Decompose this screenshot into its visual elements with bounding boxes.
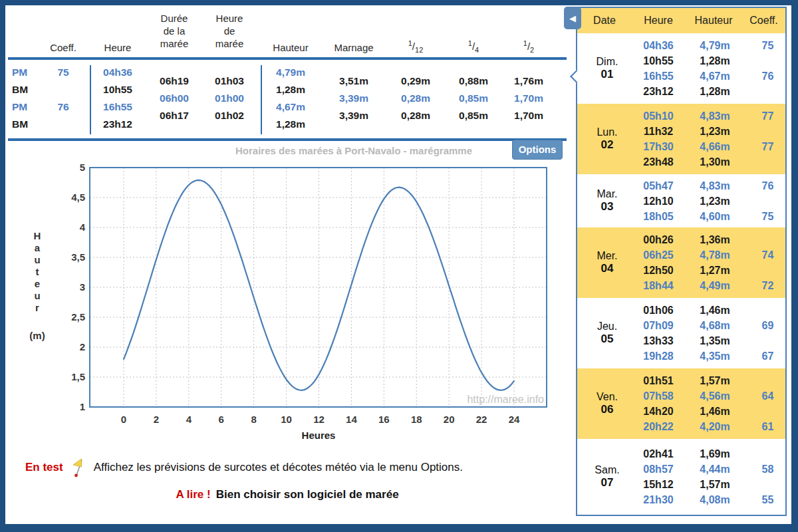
sidebar-day-07[interactable]: Sam.0702h411,69m08h574,44m5815h121,57m21… xyxy=(577,439,785,515)
svg-text:0: 0 xyxy=(121,414,126,425)
tide-row: 02h411,69m xyxy=(637,446,785,462)
sidebar-days: Dim.0104h364,79m7510h551,28m16h554,67m76… xyxy=(577,33,785,515)
svg-text:18: 18 xyxy=(411,414,422,425)
col-header-heure-maree: Heure de marée xyxy=(203,12,256,50)
day-label: Ven.06 xyxy=(577,368,637,439)
tide-marnage: 3,51m xyxy=(327,72,380,90)
svg-text:8: 8 xyxy=(251,414,256,425)
previous-week-button[interactable]: ◀ xyxy=(564,7,581,29)
tide-f2: 1,76m xyxy=(502,72,555,90)
svg-text:H: H xyxy=(34,230,41,241)
svg-text:20: 20 xyxy=(444,414,455,425)
tide-chart-panel: Horaires des marées à Port-Navalo - maré… xyxy=(8,138,567,456)
tide-row: 08h574,44m58 xyxy=(637,462,785,477)
tide-row: 04h364,79m75 xyxy=(637,38,785,53)
tide-heure: 16h55 xyxy=(91,98,144,116)
tide-curve-chart: 02468101214161820222454,543,532,521,51He… xyxy=(8,138,567,456)
en-test-line: En test Affichez les prévisions de surco… xyxy=(8,458,567,477)
svg-text:2: 2 xyxy=(154,414,159,425)
tide-f2: 1,70m xyxy=(502,90,555,107)
tide-f4: 0,85m xyxy=(447,107,500,124)
svg-text:Heures: Heures xyxy=(302,430,336,441)
day-label: Lun.02 xyxy=(577,104,637,174)
tide-row: 21h304,08m55 xyxy=(637,492,785,507)
sidebar-day-04[interactable]: Mer.0400h261,36m06h254,78m7412h501,27m18… xyxy=(577,227,785,298)
tide-row: 07h094,68m69 xyxy=(637,318,785,333)
tide-row: 18h054,60m75 xyxy=(637,209,785,224)
sidebar-header-date: Date xyxy=(577,15,632,27)
tide-type: PM xyxy=(12,98,41,116)
svg-text:u: u xyxy=(34,290,40,301)
sidebar-day-03[interactable]: Mar.0305h474,83m7612h101,23m18h054,60m75 xyxy=(577,174,785,227)
tide-row: 14h201,46m xyxy=(637,404,785,419)
sidebar-day-02[interactable]: Lun.0205h104,83m7711h321,23m17h304,66m77… xyxy=(577,104,785,174)
tide-hauteur: 4,67m xyxy=(264,98,317,116)
svg-text:14: 14 xyxy=(346,414,357,425)
tide-f12: 0,28m xyxy=(389,90,442,107)
svg-text:6: 6 xyxy=(219,414,224,425)
tide-coeff: 75 xyxy=(43,64,83,81)
header-rule xyxy=(8,57,567,60)
sidebar-day-01[interactable]: Dim.0104h364,79m7510h551,28m16h554,67m76… xyxy=(577,33,785,104)
tide-row: 19h284,35m67 xyxy=(637,348,785,364)
a-lire-link[interactable]: Bien choisir son logiciel de marée xyxy=(216,488,399,501)
tide-row: 23h481,30m xyxy=(637,154,785,170)
tide-marnage: 3,39m xyxy=(327,90,380,107)
col-header-marnage: Marnage xyxy=(327,41,380,54)
tide-type: PM xyxy=(12,64,41,81)
tide-heure: 23h12 xyxy=(91,116,144,133)
col-header-duree-maree: Durée de la marée xyxy=(148,12,201,50)
svg-text:5: 5 xyxy=(80,162,85,173)
day-label: Sam.07 xyxy=(577,439,637,515)
svg-text:3: 3 xyxy=(80,281,85,293)
day-tide-rows: 02h411,69m08h574,44m5815h121,57m21h304,0… xyxy=(637,439,785,515)
tide-page: Coeff. Heure Durée de la marée Heure de … xyxy=(0,0,798,532)
tide-row: 10h551,28m xyxy=(637,53,785,68)
svg-text:http://maree.info: http://maree.info xyxy=(467,394,544,405)
svg-text:12: 12 xyxy=(313,414,325,425)
svg-text:2,5: 2,5 xyxy=(71,311,85,323)
col-header-heure: Heure xyxy=(91,41,144,54)
tide-hauteur: 1,28m xyxy=(264,116,317,133)
col-header-one-quarter: 1/4 xyxy=(447,37,500,57)
tide-row: 16h554,67m76 xyxy=(637,68,785,84)
svg-text:1,5: 1,5 xyxy=(71,371,85,382)
en-test-text: Affichez les prévisions de surcotes et d… xyxy=(94,461,463,474)
tide-row: 18h444,49m72 xyxy=(637,278,785,293)
tide-hauteur: 4,79m xyxy=(264,64,317,81)
tide-row: 23h121,28m xyxy=(637,84,785,99)
svg-text:2: 2 xyxy=(80,341,85,352)
day-label: Jeu.05 xyxy=(577,298,637,368)
svg-text:24: 24 xyxy=(509,414,520,425)
day-tide-rows: 00h261,36m06h254,78m7412h501,27m18h444,4… xyxy=(637,227,785,298)
tide-f4: 0,85m xyxy=(447,90,500,107)
tide-type: BM xyxy=(12,81,41,98)
tide-detail-table: Coeff. Heure Durée de la marée Heure de … xyxy=(8,8,567,141)
tide-row: 01h511,57m xyxy=(637,373,785,388)
tide-hauteur: 1,28m xyxy=(264,81,317,98)
tide-row: 00h261,36m xyxy=(637,232,785,247)
chevron-left-icon: ◀ xyxy=(569,13,576,23)
sidebar-day-05[interactable]: Jeu.0501h061,46m07h094,68m6913h331,35m19… xyxy=(577,298,785,368)
col-header-hauteur: Hauteur xyxy=(264,41,317,54)
svg-text:t: t xyxy=(36,266,39,277)
day-label: Dim.01 xyxy=(577,33,637,104)
tide-row: 01h061,46m xyxy=(637,303,785,318)
sidebar-day-06[interactable]: Ven.0601h511,57m07h584,56m6414h201,46m20… xyxy=(577,368,785,439)
tide-marnage: 3,39m xyxy=(327,107,380,124)
tide-f12: 0,28m xyxy=(389,107,442,124)
day-tide-rows: 05h474,83m7612h101,23m18h054,60m75 xyxy=(637,174,785,227)
column-divider xyxy=(261,65,262,134)
tide-heure-maree: 01h03 xyxy=(203,72,256,90)
tide-row: 20h224,20m61 xyxy=(637,419,785,434)
svg-text:r: r xyxy=(35,302,39,313)
svg-text:u: u xyxy=(34,254,40,265)
tide-row: 13h331,35m xyxy=(637,333,785,348)
tide-coeff: 76 xyxy=(43,98,83,116)
tide-type: BM xyxy=(12,116,41,133)
day-tide-rows: 01h061,46m07h094,68m6913h331,35m19h284,3… xyxy=(637,298,785,368)
tide-heure-maree: 01h00 xyxy=(203,90,256,107)
tide-duree: 06h19 xyxy=(148,72,201,90)
tide-f2: 1,70m xyxy=(502,107,555,124)
sidebar-header-hauteur: Hauteur xyxy=(685,15,742,27)
